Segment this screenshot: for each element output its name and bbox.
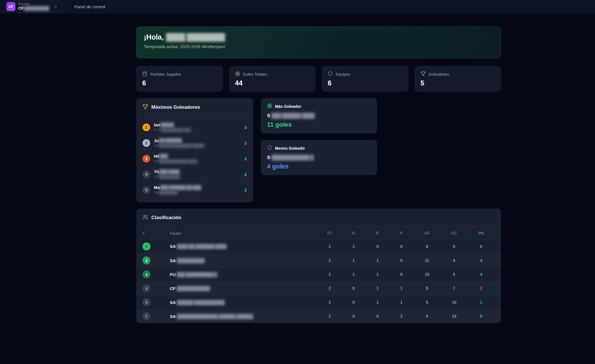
scorer-row: 3 Nil███ SA████████████ ████ 2 bbox=[142, 151, 247, 166]
stat-card-equipos: Equipos 6 bbox=[322, 66, 408, 92]
stats-row: Partidos Jugados 6 Goles Totales 44 Equi… bbox=[136, 66, 501, 92]
calendar-icon bbox=[142, 71, 147, 77]
position-badge: 6 bbox=[142, 312, 150, 320]
standings-row: 4 CF████████████ 2 0 1 1 5 7 1 bbox=[136, 281, 501, 295]
team-masked: ██████ ███████████ bbox=[177, 300, 225, 305]
greeting: ¡Hola,████ ████████ bbox=[144, 33, 493, 41]
team-name-masked: ██████████ bbox=[24, 6, 49, 11]
stat-card-partidos: Partidos Jugados 6 bbox=[136, 66, 223, 92]
standings-row: 3 FU███ ██████████ █ 2 1 1 0 10 5 4 bbox=[136, 267, 501, 281]
stat-value: 5 bbox=[421, 79, 495, 87]
card-title: Menos Goleado bbox=[275, 146, 305, 151]
rank-badge: 1 bbox=[142, 124, 150, 131]
stat-label: Partidos Jugados bbox=[150, 72, 181, 77]
position-badge: 4 bbox=[142, 284, 150, 292]
scorer-goals: 2 bbox=[244, 141, 247, 145]
standings-row: 1 SA████ ██ ███████ ████ 2 2 0 0 9 5 6 bbox=[136, 239, 501, 253]
topbar-divider bbox=[68, 3, 68, 10]
team-selector-label: EQUIPO bbox=[18, 3, 49, 6]
team-masked: ████████████ █ bbox=[271, 155, 313, 161]
nav-panel-de-control[interactable]: Panel de control bbox=[74, 4, 105, 9]
standings-header-row: # Equipo PJ G E P GF GC Pts bbox=[136, 227, 501, 239]
scorer-row: 4 Th███ ████ CF█████████ 2 bbox=[142, 166, 247, 182]
topbar: CF EQUIPO CF██████████ Panel de control bbox=[0, 0, 595, 13]
team-masked: ███ ██████████ █ bbox=[177, 272, 217, 277]
team-name: CF██████████ bbox=[18, 6, 49, 11]
position-badge: 5 bbox=[142, 298, 150, 306]
scorer-goals: 2 bbox=[244, 188, 247, 192]
stat-card-goleadores: Goleadores 5 bbox=[415, 66, 501, 92]
scorer-team-masked: ███ ██████ ███ bbox=[161, 128, 191, 132]
rank-badge: 3 bbox=[142, 155, 150, 163]
position-badge: 1 bbox=[142, 242, 150, 250]
card-title: Más Goleador bbox=[275, 104, 301, 109]
active-season-text: Temporada activa: 2025-2026 MiniBenjamí bbox=[144, 44, 493, 49]
stat-label: Goleadores bbox=[429, 72, 449, 77]
col-header-pos: # bbox=[142, 231, 170, 235]
scorer-row: 1 Ian█████ FUT███ ██████ ███ 3 bbox=[142, 120, 247, 135]
scorer-team-masked: ██████████████ █████ bbox=[159, 143, 204, 148]
stat-value: 44 bbox=[235, 79, 310, 87]
stat-value: 6 bbox=[328, 79, 402, 87]
least-conceded-card: Menos Goleado S████████████ █ 4 goles bbox=[261, 140, 377, 175]
team-masked: ████ ██ ███████ ████ bbox=[177, 244, 226, 249]
top-scorers-panel: Máximos Goleadores 1 Ian█████ FUT███ ███… bbox=[136, 98, 253, 202]
scorers-list: 1 Ian█████ FUT███ ██████ ███ 3 2 Ju██ ██… bbox=[136, 117, 253, 202]
scorer-team-masked: █████████ bbox=[159, 175, 180, 179]
scorer-name-masked: ███ bbox=[159, 154, 168, 159]
target-icon bbox=[235, 71, 240, 77]
team-masked: ██████████ bbox=[177, 258, 204, 263]
col-header-p: P bbox=[390, 231, 413, 235]
scorer-name-masked: ██ ██████ bbox=[159, 138, 182, 143]
team-selector[interactable]: CF EQUIPO CF██████████ bbox=[5, 1, 62, 12]
standings-row: 5 SA██████ ███████████ 2 0 1 1 5 10 1 bbox=[136, 295, 501, 309]
scorer-name-masked: ███ ██████ ██ ███ bbox=[160, 185, 201, 190]
scorer-row: 5 Ma███ ██████ ██ ███ SA████████ 2 bbox=[142, 182, 247, 198]
col-header-gc: GC bbox=[441, 231, 468, 235]
most-scoring-card: Más Goleador S███ ██████ ████ 11 goles bbox=[261, 98, 377, 133]
standings-panel: Clasificación # Equipo PJ G E P GF GC Pt… bbox=[136, 209, 501, 323]
target-icon bbox=[267, 103, 272, 110]
stat-value: 6 bbox=[142, 79, 217, 87]
most-scoring-team: S███ ██████ ████ bbox=[267, 113, 371, 119]
col-header-team: Equipo bbox=[170, 231, 318, 235]
scorer-name-masked: █████ bbox=[160, 122, 174, 127]
panel-title: Clasificación bbox=[151, 215, 181, 221]
standings-body: 1 SA████ ██ ███████ ████ 2 2 0 0 9 5 6 2… bbox=[136, 239, 501, 323]
stat-label: Equipos bbox=[336, 72, 350, 77]
shield-icon bbox=[267, 145, 272, 151]
position-badge: 3 bbox=[142, 270, 150, 278]
chevrons-up-down-icon bbox=[54, 5, 58, 9]
standings-row: 6 SA███████████████ ██████ ██████ 2 0 0 … bbox=[136, 309, 501, 323]
greeting-name-masked: ████ ████████ bbox=[166, 33, 225, 41]
shield-icon bbox=[328, 71, 333, 77]
most-scoring-value: 11 goles bbox=[267, 121, 371, 128]
team-badge: CF bbox=[6, 2, 15, 11]
scorer-goals: 2 bbox=[244, 156, 247, 161]
col-header-g: G bbox=[342, 231, 366, 235]
col-header-pts: Pts bbox=[468, 231, 495, 235]
standings-row: 2 SA██████████ 2 1 1 0 11 4 4 bbox=[136, 253, 501, 267]
trophy-icon bbox=[421, 71, 426, 77]
main-content: ¡Hola,████ ████████ Temporada activa: 20… bbox=[136, 26, 501, 323]
rank-badge: 5 bbox=[142, 186, 150, 194]
panel-title: Máximos Goleadores bbox=[151, 104, 200, 110]
least-conceded-team: S████████████ █ bbox=[267, 155, 371, 161]
team-masked: ███ ██████ ████ bbox=[271, 113, 314, 119]
col-header-gf: GF bbox=[413, 231, 441, 235]
scorer-team-masked: ████████████ ████ bbox=[159, 159, 197, 163]
least-conceded-value: 4 goles bbox=[267, 163, 371, 170]
col-header-e: E bbox=[366, 231, 390, 235]
trophy-icon bbox=[142, 104, 148, 111]
scorer-team-masked: ████████ bbox=[159, 190, 178, 195]
col-header-pj: PJ bbox=[318, 231, 342, 235]
welcome-banner: ¡Hola,████ ████████ Temporada activa: 20… bbox=[136, 26, 501, 58]
team-masked: ███████████████ ██████ ██████ bbox=[177, 314, 253, 319]
team-masked: ████████████ bbox=[177, 286, 210, 291]
scorer-goals: 3 bbox=[244, 125, 247, 130]
position-badge: 2 bbox=[142, 256, 150, 264]
rank-badge: 4 bbox=[142, 170, 150, 178]
scorer-name-masked: ███ ████ bbox=[159, 169, 179, 174]
users-icon bbox=[142, 214, 148, 221]
team-meta: EQUIPO CF██████████ bbox=[18, 3, 49, 11]
